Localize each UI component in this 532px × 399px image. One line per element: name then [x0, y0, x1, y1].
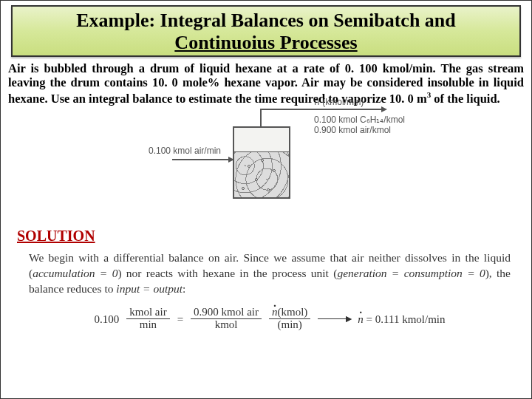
- title-line1: Example: Integral Balances on Semibatch …: [76, 10, 456, 31]
- lead-d: :: [183, 282, 185, 295]
- rhs-frac1: 0.900 kmol air kmol: [191, 307, 262, 331]
- bubble-icon: [248, 165, 250, 168]
- lhs-frac: kmol air min: [126, 307, 169, 331]
- riser-pipe: [260, 109, 262, 126]
- lhs-num: kmol air: [126, 307, 169, 319]
- problem-statement: Air is bubbled through a drum of liquid …: [1, 57, 531, 109]
- drum: [233, 126, 290, 199]
- lead-gen: generation = consumption = 0: [337, 267, 485, 279]
- solution-body: We begin with a differential balance on …: [1, 250, 531, 331]
- outlet-pipe: [260, 109, 386, 110]
- title-line2: Continuoius Processes: [174, 32, 357, 53]
- f2-num-unit: (kmol): [278, 306, 308, 318]
- result-val: = 0.111 kmol/min: [364, 313, 446, 325]
- f1-num: 0.900 kmol air: [191, 307, 262, 319]
- rhs-frac2: n(kmol) (min): [269, 307, 310, 331]
- f2-den: (min): [275, 319, 305, 331]
- process-diagram: 0.100 kmol air/min ṅ (kmol/min) 0.100 km…: [107, 113, 425, 220]
- lead-b: ) nor reacts with hexane in the process …: [117, 267, 337, 279]
- outlet-comp2-label: 0.900 kmol air/kmol: [314, 125, 391, 135]
- lhs-den: min: [137, 319, 160, 331]
- equals-sign: =: [177, 312, 183, 327]
- result: n = 0.111 kmol/min: [358, 312, 445, 327]
- title-box: Example: Integral Balances on Semibatch …: [11, 5, 521, 57]
- outlet-ndot-label: ṅ (kmol/min): [314, 97, 364, 107]
- bubble-icon: [255, 178, 258, 181]
- bubble-icon: [261, 159, 264, 162]
- outlet-comp1-label: 0.100 kmol C₆H₁₄/kmol: [314, 115, 405, 125]
- page-title: Example: Integral Balances on Semibatch …: [18, 10, 514, 54]
- ndot-var: n: [272, 307, 278, 318]
- bubble-icon: [267, 188, 270, 191]
- solution-header: SOLUTION: [1, 223, 531, 250]
- inlet-pipe: [172, 159, 233, 160]
- f2-num: n(kmol): [269, 307, 310, 319]
- f1-den: kmol: [212, 319, 241, 331]
- balance-equation: 0.100 kmol air min = 0.900 kmol air kmol…: [29, 307, 511, 331]
- result-var: n: [358, 312, 364, 327]
- diagram-container: 0.100 kmol air/min ṅ (kmol/min) 0.100 km…: [1, 109, 531, 223]
- lead-acc: accumulation = 0: [33, 267, 117, 279]
- problem-text-b: of the liquid.: [431, 91, 500, 105]
- solution-lead: We begin with a differential balance on …: [29, 250, 511, 297]
- liquid-level: [234, 151, 289, 197]
- bubble-icon: [242, 187, 245, 190]
- implies-arrow-icon: [318, 318, 350, 319]
- inlet-label: 0.100 kmol air/min: [149, 146, 221, 156]
- lhs-coef: 0.100: [94, 312, 119, 327]
- lead-io: input = output: [116, 282, 183, 295]
- bubble-icon: [273, 169, 276, 172]
